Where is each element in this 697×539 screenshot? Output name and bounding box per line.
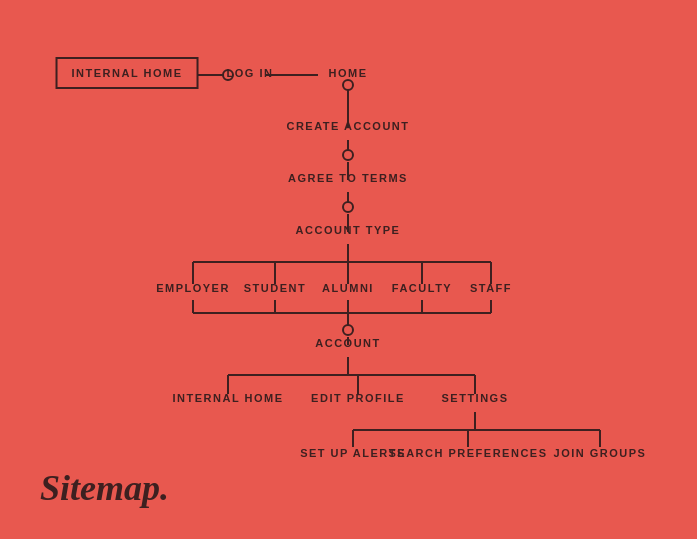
node-faculty: FACULTY [392,282,452,294]
node-internal-home: INTERNAL HOME [56,57,199,89]
node-home: HOME [329,67,368,79]
node-alumni: ALUMNI [322,282,374,294]
node-employer: EMPLOYER [156,282,230,294]
node-agree-to-terms: AGREE TO TERMS [288,172,408,184]
node-account-type: ACCOUNT TYPE [296,224,401,236]
node-create-account: CREATE ACCOUNT [286,120,409,132]
node-internal-home-2: INTERNAL HOME [173,392,284,404]
svg-point-34 [343,150,353,160]
brand-label: Sitemap. [40,468,169,508]
node-log-in: LOG IN [227,67,274,79]
node-edit-profile: EDIT PROFILE [311,392,405,404]
svg-point-35 [343,202,353,212]
node-search-preferences: SEARCH PREFERENCES [388,447,547,459]
node-staff: STAFF [470,282,512,294]
sitemap-diagram: INTERNAL HOME LOG IN HOME CREATE ACCOUNT… [0,0,697,539]
node-student: STUDENT [244,282,306,294]
node-settings: SETTINGS [441,392,508,404]
node-account: ACCOUNT [315,337,381,349]
node-join-groups: JOIN GROUPS [554,447,647,459]
brand: Sitemap. [40,467,169,509]
svg-point-36 [343,325,353,335]
svg-point-33 [343,80,353,90]
